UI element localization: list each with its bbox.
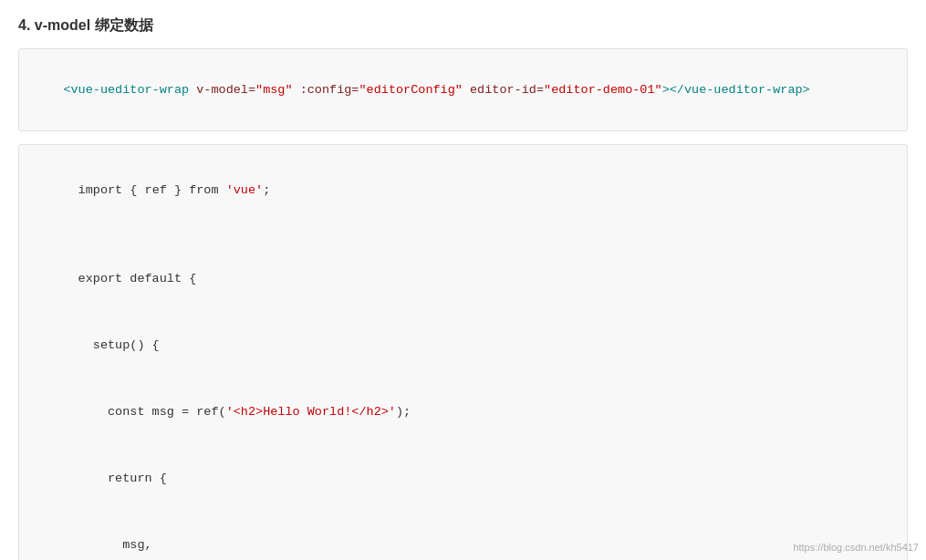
code-line-import: import { ref } from 'vue'; [34,158,892,224]
attr-vmodel: v-model= [196,83,255,97]
tag-open: <vue-ueditor-wrap [63,83,196,97]
code-line-const: const msg = ref('<h2>Hello World!</h2>')… [34,379,892,446]
code-block-script: import { ref } from 'vue'; export defaul… [18,144,908,560]
page-container: 4. v-model 绑定数据 <vue-ueditor-wrap v-mode… [0,0,926,560]
code-line-return: return { [34,446,892,513]
code-line-export: export default { [34,246,892,313]
val-msg: "msg" [255,83,293,97]
section-title: 4. v-model 绑定数据 [18,16,908,36]
code-block-template: <vue-ueditor-wrap v-model="msg" :config=… [18,48,908,131]
code-line-setup: setup() { [34,313,892,379]
watermark: https://blog.csdn.net/kh5417 [793,542,919,553]
